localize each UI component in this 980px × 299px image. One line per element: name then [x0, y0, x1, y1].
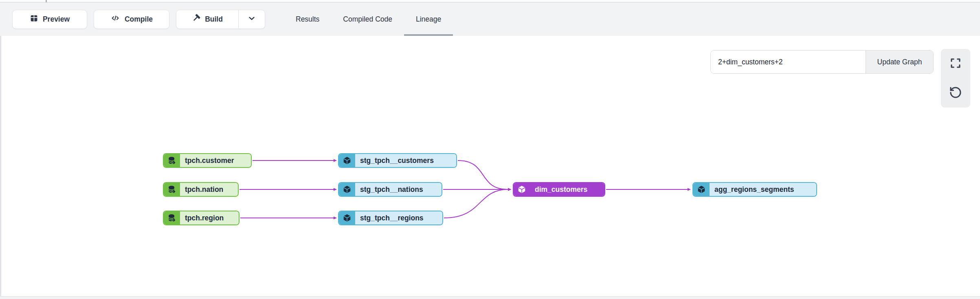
tab-compiled-code[interactable]: Compiled Code: [331, 2, 404, 36]
node-model-stg-tpch-regions[interactable]: stg_tpch__regions: [338, 211, 443, 225]
node-model-stg-tpch-customers[interactable]: stg_tpch__customers: [338, 153, 457, 168]
model-cube-icon: [339, 211, 355, 224]
source-database-icon: [164, 183, 180, 196]
node-label: tpch.customer: [180, 154, 251, 167]
table-icon: [30, 14, 38, 24]
node-label: stg_tpch__nations: [355, 183, 442, 196]
node-source-tpch-nation[interactable]: tpch.nation: [163, 182, 239, 197]
lineage-canvas[interactable]: [0, 36, 980, 296]
tab-compiled-code-label: Compiled Code: [343, 15, 392, 24]
source-database-icon: [164, 211, 180, 224]
node-label: tpch.nation: [180, 183, 238, 196]
tab-lineage[interactable]: Lineage: [404, 2, 453, 36]
build-options-dropdown[interactable]: [238, 10, 265, 29]
build-button[interactable]: Build: [176, 10, 238, 29]
node-source-tpch-region[interactable]: tpch.region: [163, 211, 240, 225]
code-icon: [110, 14, 120, 24]
preview-button-label: Preview: [43, 15, 70, 24]
tab-results-label: Results: [296, 15, 319, 24]
build-button-label: Build: [205, 15, 223, 24]
node-label: dim_customers: [530, 183, 604, 196]
node-label: tpch.region: [180, 211, 239, 224]
compile-button[interactable]: Compile: [94, 10, 169, 29]
chevron-down-icon: [247, 14, 256, 24]
lineage-selector-input[interactable]: [711, 51, 866, 73]
result-tabs: Results Compiled Code Lineage: [284, 2, 453, 36]
node-source-tpch-customer[interactable]: tpch.customer: [163, 153, 252, 168]
node-model-dim-customers-selected[interactable]: dim_customers: [513, 182, 605, 197]
node-model-stg-tpch-nations[interactable]: stg_tpch__nations: [338, 182, 442, 197]
update-graph-button[interactable]: Update Graph: [866, 51, 933, 73]
tab-results[interactable]: Results: [284, 2, 331, 36]
lineage-tool-rail: [941, 49, 970, 108]
model-cube-icon: [514, 183, 530, 196]
fullscreen-button[interactable]: [941, 49, 970, 78]
ide-action-toolbar: Preview Compile Build Results Compiled C…: [0, 2, 980, 36]
tab-lineage-label: Lineage: [416, 15, 441, 24]
source-database-icon: [164, 154, 180, 167]
node-model-agg-regions-segments[interactable]: agg_regions_segments: [692, 182, 817, 197]
lineage-selector-group: Update Graph: [710, 50, 934, 74]
panel-bottom-edge: [0, 296, 980, 299]
node-label: agg_regions_segments: [710, 183, 816, 196]
build-split-button: Build: [176, 10, 265, 29]
rotate-ccw-icon: [949, 86, 962, 100]
node-label: stg_tpch__regions: [355, 211, 442, 224]
hammer-icon: [192, 14, 200, 24]
node-label: stg_tpch__customers: [355, 154, 456, 167]
compile-button-label: Compile: [125, 15, 153, 24]
reset-view-button[interactable]: [941, 78, 970, 108]
model-cube-icon: [339, 183, 355, 196]
preview-button[interactable]: Preview: [12, 10, 87, 29]
model-cube-icon: [693, 183, 710, 196]
fullscreen-icon: [949, 57, 962, 71]
model-cube-icon: [339, 154, 355, 167]
